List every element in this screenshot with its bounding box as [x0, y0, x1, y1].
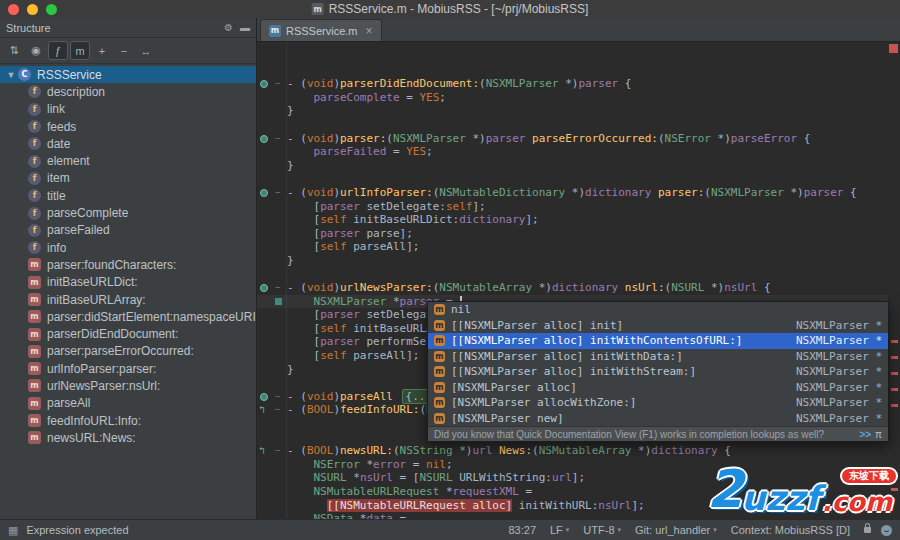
structure-item-feeds[interactable]: ffeeds [0, 118, 256, 135]
code-line[interactable]: [self initBaseURLDict:dictionary]; [257, 213, 888, 227]
error-stripe-mark[interactable] [891, 388, 898, 391]
error-stripe-mark[interactable] [891, 488, 898, 491]
structure-item-root[interactable]: ▼ C RSSService [0, 66, 256, 83]
close-tab-icon[interactable]: × [366, 25, 373, 37]
method-marker-icon[interactable] [260, 284, 268, 292]
structure-item-description[interactable]: fdescription [0, 83, 256, 100]
collapse-all-icon[interactable]: − [114, 41, 134, 60]
error-stripe-mark[interactable] [891, 372, 898, 375]
minimize-window-button[interactable] [27, 4, 38, 15]
sort-by-visibility-icon[interactable]: ◉ [26, 41, 46, 60]
toolwindow-toggle-icon[interactable]: ▦ [8, 524, 18, 537]
tab-rssservice-m[interactable]: m RSSService.m × [260, 19, 382, 41]
method-marker-icon[interactable] [260, 393, 268, 401]
line-separator[interactable]: LF▾ [550, 524, 569, 536]
structure-item-feedinfourl-info[interactable]: mfeedInfoURL:Info: [0, 412, 256, 429]
structure-item-link[interactable]: flink [0, 101, 256, 118]
show-fields-icon[interactable]: ƒ [48, 41, 68, 60]
fold-icon[interactable]: − [275, 403, 280, 417]
fold-region-icon[interactable] [275, 298, 282, 305]
completion-item[interactable]: m[[NSXMLParser alloc] init]NSXMLParser * [428, 318, 888, 334]
method-marker-icon[interactable] [260, 189, 268, 197]
code-area[interactable]: −- (void)parserDidEndDocument:(NSXMLPars… [257, 42, 900, 519]
code-line[interactable]: −- (void)parserDidEndDocument:(NSXMLPars… [257, 77, 888, 91]
error-stripe-mark[interactable] [891, 340, 898, 343]
fold-icon[interactable]: − [275, 390, 280, 404]
structure-item-info[interactable]: finfo [0, 239, 256, 256]
lock-icon[interactable] [864, 527, 871, 533]
code-line[interactable]: } [257, 159, 888, 173]
code-line[interactable]: −- (void)urlNewsParser:(NSMutableArray *… [257, 281, 888, 295]
structure-item-initbaseurldict[interactable]: minitBaseURLDict: [0, 274, 256, 291]
hide-panel-icon[interactable]: ▬ [240, 22, 250, 33]
structure-item-initbaseurlarray[interactable]: minitBaseURLArray: [0, 291, 256, 308]
close-window-button[interactable] [8, 4, 19, 15]
gear-icon[interactable]: ⚙ [224, 22, 233, 33]
completion-item[interactable]: m[NSXMLParser alloc]NSXMLParser * [428, 380, 888, 396]
expand-all-icon[interactable]: + [92, 41, 112, 60]
code-line[interactable]: [self parseAll]; [257, 240, 888, 254]
navigate-marker-icon[interactable]: ↰ [259, 403, 265, 417]
group-by-kind-icon[interactable]: m [70, 41, 90, 60]
code-line[interactable]: } [257, 254, 888, 268]
git-branch[interactable]: Git: url_handler▾ [635, 524, 717, 536]
structure-item-element[interactable]: felement [0, 152, 256, 169]
code-line[interactable]: −- (void)parser:(NSXMLParser *)parser pa… [257, 132, 888, 146]
structure-item-parserdidenddocument[interactable]: mparserDidEndDocument: [0, 325, 256, 342]
fold-icon[interactable]: − [275, 444, 280, 458]
file-encoding[interactable]: UTF-8▾ [583, 524, 621, 536]
completion-item[interactable]: m[[NSXMLParser alloc] initWithContentsOf… [428, 333, 888, 349]
code-line[interactable]: } [257, 104, 888, 118]
error-stripe-mark[interactable] [891, 356, 898, 359]
code-line[interactable]: −- (void)urlInfoParser:(NSMutableDiction… [257, 186, 888, 200]
code-line[interactable] [257, 64, 888, 78]
code-line[interactable] [257, 268, 888, 282]
code-line[interactable]: [parser parse]; [257, 227, 888, 241]
zoom-window-button[interactable] [46, 4, 57, 15]
structure-item-parser-parseerroroccurred[interactable]: mparser:parseErrorOccurred: [0, 343, 256, 360]
fold-icon[interactable]: − [275, 77, 280, 91]
method-icon: m [28, 362, 41, 375]
code-line[interactable] [257, 118, 888, 132]
structure-item-urlnewsparser-nsurl[interactable]: murlNewsParser:nsUrl: [0, 377, 256, 394]
structure-item-parsecomplete[interactable]: fparseComplete [0, 204, 256, 221]
structure-item-parser-didstartelement-namespaceuri-qualifiedname-attributes[interactable]: mparser:didStartElement:namespaceURI:qua… [0, 308, 256, 325]
completion-item[interactable]: mnil [428, 302, 888, 318]
fold-icon[interactable]: − [275, 281, 280, 295]
completion-item[interactable]: m[[NSXMLParser alloc] initWithData:]NSXM… [428, 349, 888, 365]
structure-item-urlinfoparser-parser[interactable]: murlInfoParser:parser: [0, 360, 256, 377]
structure-item-title[interactable]: ftitle [0, 187, 256, 204]
structure-item-newsurl-news[interactable]: mnewsURL:News: [0, 429, 256, 446]
hector-inspector-icon[interactable] [881, 525, 892, 536]
run-context[interactable]: Context: MobiusRSS [D] [731, 524, 850, 536]
sort-alphabetically-icon[interactable]: ⇅ [4, 41, 24, 60]
fold-icon[interactable]: − [275, 186, 280, 200]
editor-scrollbar[interactable] [888, 42, 900, 519]
code-line[interactable]: parseComplete = YES; [257, 91, 888, 105]
caret-position[interactable]: 83:27 [508, 524, 536, 536]
completion-item[interactable]: m[NSXMLParser allocWithZone:]NSXMLParser… [428, 395, 888, 411]
code-line[interactable]: [parser setDelegate:self]; [257, 200, 888, 214]
code-line[interactable]: parseFailed = YES; [257, 145, 888, 159]
status-message[interactable]: Expression expected [26, 524, 128, 536]
fold-icon[interactable]: − [275, 132, 280, 146]
chevron-down-icon[interactable]: ▼ [4, 70, 18, 80]
code-line[interactable]: ↰−- (BOOL)newsURL:(NSString *)url News:(… [257, 444, 888, 458]
structure-item-item[interactable]: fitem [0, 170, 256, 187]
structure-item-date[interactable]: fdate [0, 135, 256, 152]
structure-item-parser-foundcharacters[interactable]: mparser:foundCharacters: [0, 256, 256, 273]
autoscroll-to-source-icon[interactable]: ↔ [136, 41, 156, 60]
code-line[interactable] [257, 50, 888, 64]
navigate-marker-icon[interactable]: ↰ [259, 444, 265, 458]
completion-item[interactable]: m[NSXMLParser new]NSXMLParser * [428, 411, 888, 427]
code-line[interactable] [257, 172, 888, 186]
completion-item[interactable]: m[[NSXMLParser alloc] initWithStream:]NS… [428, 364, 888, 380]
error-indicator[interactable] [889, 44, 898, 53]
error-stripe-mark[interactable] [891, 404, 898, 407]
pi-icon: π [875, 429, 882, 440]
structure-item-parseall[interactable]: mparseAll [0, 395, 256, 412]
method-marker-icon[interactable] [260, 80, 268, 88]
structure-item-parsefailed[interactable]: fparseFailed [0, 222, 256, 239]
hint-link[interactable]: >> [859, 429, 871, 440]
method-marker-icon[interactable] [260, 135, 268, 143]
